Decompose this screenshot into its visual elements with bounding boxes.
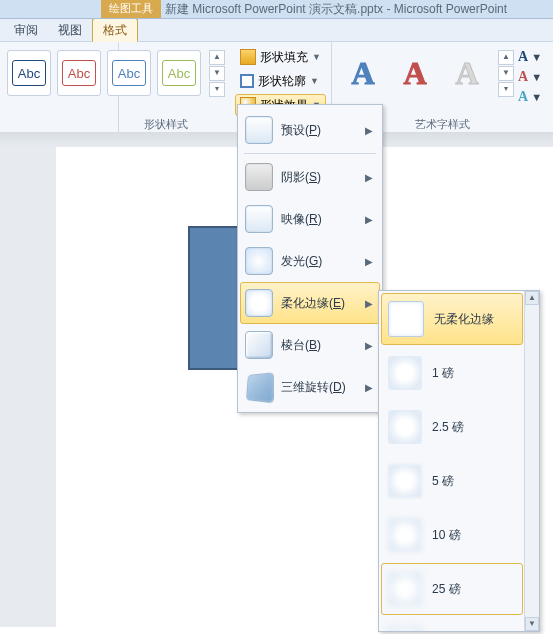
shape-style-item-4[interactable]: Abc	[157, 50, 201, 96]
wordart-style-2[interactable]: A	[392, 50, 438, 96]
fx-menu-soft-edges-label: 柔化边缘(E)	[281, 295, 375, 312]
wordart-down-button[interactable]: ▼	[498, 66, 514, 81]
fx-menu-preset[interactable]: 预设(P) ▶	[240, 109, 380, 151]
pen-outline-icon	[240, 74, 254, 88]
soft-edge-none[interactable]: 无柔化边缘	[381, 293, 523, 345]
soft-edge-1pt-label: 1 磅	[432, 365, 454, 382]
soft-edges-thumb-icon	[245, 289, 273, 317]
window-title: 新建 Microsoft PowerPoint 演示文稿.pptx - Micr…	[165, 1, 507, 18]
text-fill-button[interactable]: A▼	[518, 48, 542, 66]
shape-outline-label: 形状轮廓	[258, 73, 306, 90]
fx-menu-glow[interactable]: 发光(G) ▶	[240, 240, 380, 282]
text-effects-button[interactable]: A▼	[518, 88, 542, 106]
tab-review[interactable]: 审阅	[4, 19, 48, 41]
fx-menu-preset-label: 预设(P)	[281, 122, 375, 139]
wordart-side-buttons: A▼ A▼ A▼	[518, 42, 546, 106]
wordart-gallery-spinner: ▲ ▼ ▾	[498, 42, 518, 106]
soft-edge-10pt-swatch	[388, 518, 422, 552]
chevron-right-icon: ▶	[365, 214, 373, 225]
text-fill-icon: A	[518, 49, 528, 65]
bevel-thumb-icon	[245, 331, 273, 359]
ribbon-tabs: 审阅 视图 格式	[0, 19, 553, 42]
soft-edge-5pt[interactable]: 5 磅	[381, 455, 523, 507]
gallery-up-button[interactable]: ▲	[209, 50, 225, 65]
fx-menu-3d-rotation-label: 三维旋转(D)	[281, 379, 375, 396]
text-outline-button[interactable]: A▼	[518, 68, 542, 86]
soft-edge-5pt-swatch	[388, 464, 422, 498]
submenu-scroll-down[interactable]: ▼	[525, 617, 539, 631]
soft-edge-2-5pt-label: 2.5 磅	[432, 419, 464, 436]
text-effects-icon: A	[518, 89, 528, 105]
wordart-up-button[interactable]: ▲	[498, 50, 514, 65]
soft-edge-none-label: 无柔化边缘	[434, 311, 494, 328]
soft-edge-5pt-label: 5 磅	[432, 473, 454, 490]
chevron-right-icon: ▶	[365, 256, 373, 267]
paint-bucket-icon	[240, 49, 256, 65]
glow-thumb-icon	[245, 247, 273, 275]
tab-format[interactable]: 格式	[92, 18, 138, 42]
fx-menu-shadow-label: 阴影(S)	[281, 169, 375, 186]
soft-edge-2-5pt[interactable]: 2.5 磅	[381, 401, 523, 453]
soft-edge-none-swatch	[388, 301, 424, 337]
soft-edge-25pt-label: 25 磅	[432, 581, 461, 598]
soft-edge-1pt[interactable]: 1 磅	[381, 347, 523, 399]
chevron-right-icon: ▶	[365, 125, 373, 136]
shape-style-gallery-spinner: ▲ ▼ ▾	[209, 42, 229, 116]
soft-edge-10pt-label: 10 磅	[432, 527, 461, 544]
shape-effects-menu: 预设(P) ▶ 阴影(S) ▶ 映像(R) ▶ 发光(G) ▶ 柔化边缘(E) …	[237, 104, 383, 413]
gallery-down-button[interactable]: ▼	[209, 66, 225, 81]
soft-edge-50pt[interactable]: 50 磅	[381, 617, 523, 632]
title-bar: 绘图工具 新建 Microsoft PowerPoint 演示文稿.pptx -…	[0, 0, 553, 19]
shape-outline-button[interactable]: 形状轮廓 ▼	[235, 70, 326, 92]
soft-edge-10pt[interactable]: 10 磅	[381, 509, 523, 561]
chevron-right-icon: ▶	[365, 340, 373, 351]
soft-edge-25pt-swatch	[388, 572, 422, 606]
soft-edges-submenu: 无柔化边缘 1 磅 2.5 磅 5 磅 10 磅 25 磅 50 磅 ▲ ▼	[378, 290, 540, 632]
gallery-more-button[interactable]: ▾	[209, 82, 225, 97]
chevron-right-icon: ▶	[365, 298, 373, 309]
menu-separator	[244, 153, 376, 154]
wordart-gallery: A A A	[332, 42, 498, 106]
rotation3d-thumb-icon	[246, 372, 274, 403]
fx-menu-soft-edges[interactable]: 柔化边缘(E) ▶	[240, 282, 380, 324]
shadow-thumb-icon	[245, 163, 273, 191]
soft-edge-2-5pt-swatch	[388, 410, 422, 444]
fx-menu-glow-label: 发光(G)	[281, 253, 375, 270]
submenu-scrollbar[interactable]	[524, 291, 539, 631]
preset-thumb-icon	[245, 116, 273, 144]
text-outline-icon: A	[518, 69, 528, 85]
shape-fill-label: 形状填充	[260, 49, 308, 66]
fx-menu-3d-rotation[interactable]: 三维旋转(D) ▶	[240, 366, 380, 408]
shape-fill-button[interactable]: 形状填充 ▼	[235, 46, 326, 68]
chevron-down-icon: ▼	[312, 52, 321, 62]
shape-style-gallery: Abc Abc Abc Abc	[1, 42, 209, 116]
chevron-right-icon: ▶	[365, 172, 373, 183]
fx-menu-shadow[interactable]: 阴影(S) ▶	[240, 156, 380, 198]
wordart-more-button[interactable]: ▾	[498, 82, 514, 97]
chevron-right-icon: ▶	[365, 382, 373, 393]
shape-style-item-2[interactable]: Abc	[57, 50, 101, 96]
chevron-down-icon: ▼	[310, 76, 319, 86]
wordart-style-1[interactable]: A	[340, 50, 386, 96]
shape-style-item-3[interactable]: Abc	[107, 50, 151, 96]
wordart-style-3[interactable]: A	[444, 50, 490, 96]
fx-menu-bevel[interactable]: 棱台(B) ▶	[240, 324, 380, 366]
submenu-scroll-up[interactable]: ▲	[525, 291, 539, 305]
fx-menu-reflection-label: 映像(R)	[281, 211, 375, 228]
soft-edge-1pt-swatch	[388, 356, 422, 390]
soft-edge-50pt-swatch	[388, 626, 422, 632]
reflection-thumb-icon	[245, 205, 273, 233]
contextual-tab-drawing-tools: 绘图工具	[101, 0, 161, 18]
soft-edge-25pt[interactable]: 25 磅	[381, 563, 523, 615]
fx-menu-bevel-label: 棱台(B)	[281, 337, 375, 354]
tab-view[interactable]: 视图	[48, 19, 92, 41]
fx-menu-reflection[interactable]: 映像(R) ▶	[240, 198, 380, 240]
shape-style-item-1[interactable]: Abc	[7, 50, 51, 96]
